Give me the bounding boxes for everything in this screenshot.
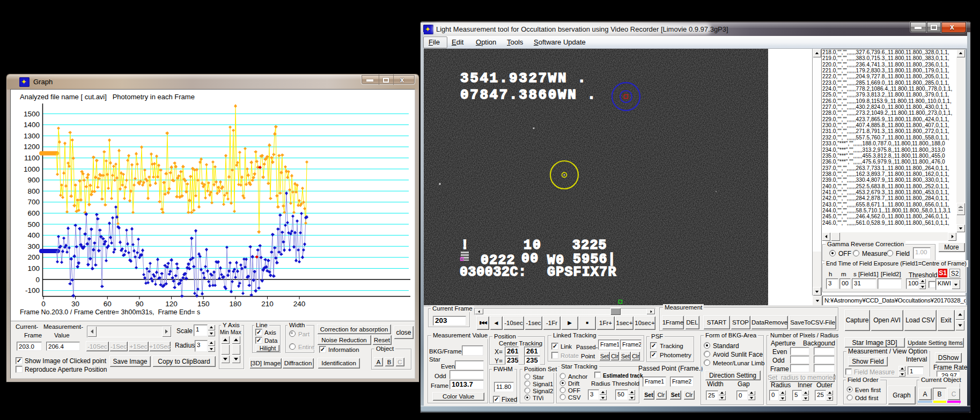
svg-text:100: 100 (27, 264, 40, 272)
svg-text:1100: 1100 (24, 154, 40, 162)
svg-text:1200: 1200 (24, 143, 40, 151)
svg-text:0: 0 (35, 276, 40, 284)
svg-text:210: 210 (261, 300, 274, 308)
svg-text:1000: 1000 (24, 165, 40, 173)
svg-text:800: 800 (27, 187, 40, 195)
svg-text:400: 400 (27, 231, 40, 239)
svg-text:0: 0 (41, 300, 46, 308)
svg-text:200: 200 (27, 253, 40, 261)
svg-text:240: 240 (293, 300, 306, 308)
svg-text:180: 180 (230, 300, 242, 308)
svg-text:150: 150 (197, 300, 210, 308)
svg-text:30: 30 (71, 300, 79, 308)
svg-text:900: 900 (27, 176, 40, 184)
svg-text:60: 60 (104, 300, 112, 308)
svg-text:700: 700 (27, 198, 40, 206)
svg-text:120: 120 (165, 300, 178, 308)
svg-text:600: 600 (27, 209, 40, 217)
svg-text:1500: 1500 (24, 110, 40, 118)
svg-text:500: 500 (27, 220, 40, 229)
svg-text:90: 90 (135, 300, 143, 308)
svg-text:-100: -100 (25, 286, 40, 294)
svg-text:300: 300 (27, 242, 40, 250)
svg-text:1400: 1400 (24, 121, 40, 129)
svg-text:1300: 1300 (24, 132, 40, 140)
